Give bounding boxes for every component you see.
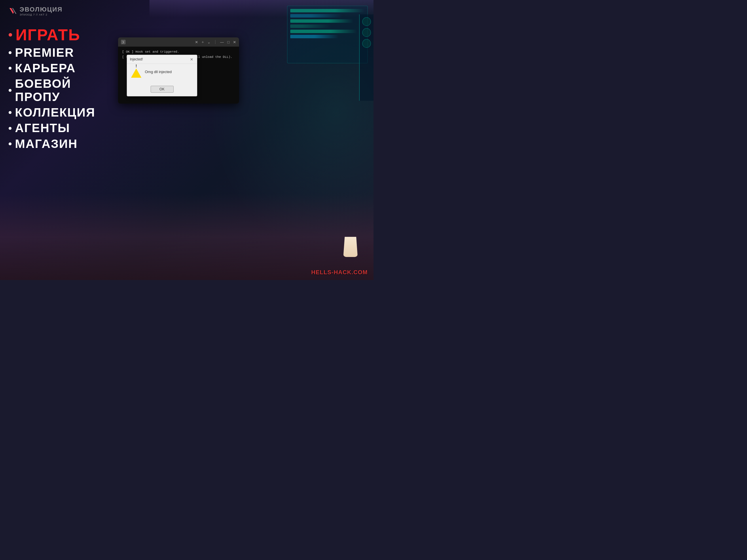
menu-bullet <box>9 127 11 130</box>
dialog-box: Injected! ✕ ! Omg dll injected OK <box>127 55 197 97</box>
dialog-warning-icon: ! <box>131 69 141 79</box>
menu-bullet <box>9 111 11 114</box>
logo-area: ЭВОЛЮЦИЯ ЭПИЗОД 7 // АКТ 2 <box>9 6 112 16</box>
dialog-message: Omg dll injected <box>145 69 172 74</box>
warning-exclamation: ! <box>136 64 137 68</box>
watermark-text: HELLS-HACK.COM <box>311 269 368 275</box>
dialog-ok-button[interactable]: OK <box>151 86 174 93</box>
menu-label-collection: КОЛЛЕКЦИЯ <box>15 106 95 119</box>
menu-label-career: КАРЬЕРА <box>15 61 76 75</box>
menu-item-career[interactable]: КАРЬЕРА <box>9 61 112 75</box>
warning-triangle: ! <box>131 69 141 78</box>
terminal-winclose-btn[interactable]: ✕ <box>233 40 236 44</box>
menu-label-premier: PREMIER <box>15 46 74 59</box>
terminal-close-tab-btn[interactable]: ✕ <box>195 40 198 44</box>
menu-bullet-play <box>9 33 12 36</box>
watermark: HELLS-HACK.COM <box>311 269 368 276</box>
menu-label-battlepass: БОЕВОЙ ПРОПУ <box>15 77 112 104</box>
menu-bullet <box>9 89 11 92</box>
menu-label-play: ИГРАТЬ <box>16 26 80 44</box>
logo-subtitle: ЭПИЗОД 7 // АКТ 2 <box>20 13 62 16</box>
dialog-footer: OK <box>127 83 197 96</box>
menu-bullet <box>9 51 11 54</box>
terminal-titlebar: ❯ ✕ + ⌄ — □ ✕ <box>118 37 239 47</box>
menu-label-agents: АГЕНТЫ <box>15 122 70 135</box>
terminal-tab-icon: ❯ <box>121 40 126 44</box>
terminal-add-tab-btn[interactable]: + <box>202 40 204 44</box>
dialog-body: ! Omg dll injected <box>127 64 197 83</box>
menu-item-agents[interactable]: АГЕНТЫ <box>9 122 112 135</box>
dialog-title: Injected! <box>130 57 143 61</box>
valorant-logo-icon <box>9 7 17 15</box>
dialog-titlebar: Injected! ✕ <box>127 55 197 64</box>
menu-items: ИГРАТЬ PREMIER КАРЬЕРА БОЕВОЙ ПРОПУ КОЛЛ… <box>9 26 112 151</box>
menu-item-play[interactable]: ИГРАТЬ <box>9 26 112 44</box>
menu-bullet <box>9 67 11 70</box>
menu-bullet <box>9 142 11 145</box>
terminal-controls: ✕ + ⌄ — □ ✕ <box>195 40 236 44</box>
menu-item-premier[interactable]: PREMIER <box>9 46 112 59</box>
dialog-close-icon: ✕ <box>190 57 193 61</box>
menu-item-shop[interactable]: МАГАЗИН <box>9 137 112 151</box>
dialog-close-button[interactable]: ✕ <box>189 57 194 62</box>
terminal-icon-glyph: ❯ <box>122 41 124 44</box>
terminal-chevron-btn[interactable]: ⌄ <box>207 40 210 44</box>
terminal-line-1: [ OK ] Hook set and triggered. <box>122 50 235 55</box>
menu-item-collection[interactable]: КОЛЛЕКЦИЯ <box>9 106 112 119</box>
logo-text-block: ЭВОЛЮЦИЯ ЭПИЗОД 7 // АКТ 2 <box>20 6 62 16</box>
divider <box>215 40 215 44</box>
logo-title: ЭВОЛЮЦИЯ <box>20 6 62 13</box>
terminal-maximize-btn[interactable]: □ <box>227 40 230 44</box>
game-menu: ЭВОЛЮЦИЯ ЭПИЗОД 7 // АКТ 2 ИГРАТЬ PREMIE… <box>0 0 121 280</box>
menu-label-shop: МАГАЗИН <box>15 137 78 151</box>
terminal-minimize-btn[interactable]: — <box>220 40 224 44</box>
menu-item-battlepass[interactable]: БОЕВОЙ ПРОПУ <box>9 77 112 104</box>
